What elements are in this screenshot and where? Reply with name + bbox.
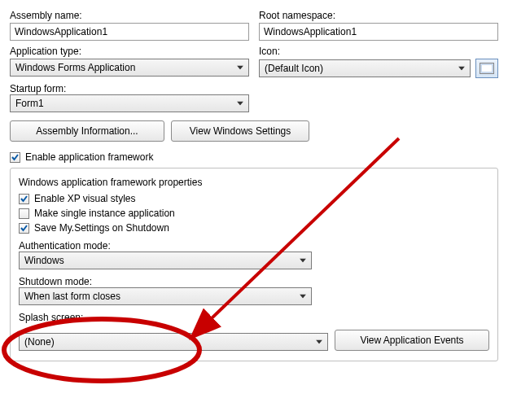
auth-mode-value: Windows: [24, 255, 295, 266]
application-type-label: Application type:: [10, 46, 249, 57]
icon-preview-image: [480, 63, 494, 74]
assembly-information-button[interactable]: Assembly Information...: [10, 120, 164, 142]
chevron-down-icon: [237, 102, 243, 106]
xp-styles-checkbox[interactable]: [19, 194, 29, 204]
chevron-down-icon: [237, 66, 243, 70]
chevron-down-icon: [300, 259, 306, 263]
chevron-down-icon: [300, 295, 306, 299]
splash-screen-label: Splash screen:: [19, 312, 83, 323]
save-settings-label: Save My.Settings on Shutdown: [34, 222, 169, 234]
shutdown-mode-label: Shutdown mode:: [19, 276, 92, 287]
framework-properties-section: Windows application framework properties…: [10, 168, 498, 361]
view-windows-settings-button[interactable]: View Windows Settings: [171, 120, 309, 142]
enable-framework-checkbox[interactable]: [10, 152, 20, 163]
xp-styles-label: Enable XP visual styles: [34, 193, 136, 204]
single-instance-checkbox[interactable]: [19, 208, 29, 219]
section-title: Windows application framework properties: [19, 177, 489, 188]
icon-value: (Default Icon): [265, 63, 453, 74]
root-namespace-input[interactable]: [259, 23, 498, 41]
assembly-name-label: Assembly name:: [10, 10, 249, 21]
auth-mode-dropdown[interactable]: Windows: [19, 252, 312, 269]
save-settings-checkbox[interactable]: [19, 223, 29, 234]
shutdown-mode-dropdown[interactable]: When last form closes: [19, 287, 312, 305]
splash-screen-value: (None): [24, 336, 311, 348]
root-namespace-label: Root namespace:: [259, 10, 498, 21]
enable-framework-label: Enable application framework: [25, 151, 153, 163]
splash-screen-dropdown[interactable]: (None): [19, 333, 328, 351]
single-instance-label: Make single instance application: [34, 208, 175, 219]
shutdown-mode-value: When last form closes: [24, 291, 295, 302]
application-type-dropdown[interactable]: Windows Forms Application: [10, 59, 249, 77]
auth-mode-label: Authentication mode:: [19, 240, 111, 252]
assembly-name-input[interactable]: [10, 23, 249, 41]
startup-form-dropdown[interactable]: Form1: [10, 94, 249, 112]
icon-preview[interactable]: [475, 59, 498, 78]
application-type-value: Windows Forms Application: [15, 62, 232, 73]
startup-form-label: Startup form:: [10, 83, 66, 94]
icon-dropdown[interactable]: (Default Icon): [259, 59, 471, 77]
icon-label: Icon:: [259, 46, 498, 57]
view-application-events-button[interactable]: View Application Events: [335, 330, 489, 351]
chevron-down-icon: [458, 67, 465, 71]
startup-form-value: Form1: [15, 98, 232, 109]
chevron-down-icon: [316, 340, 322, 344]
